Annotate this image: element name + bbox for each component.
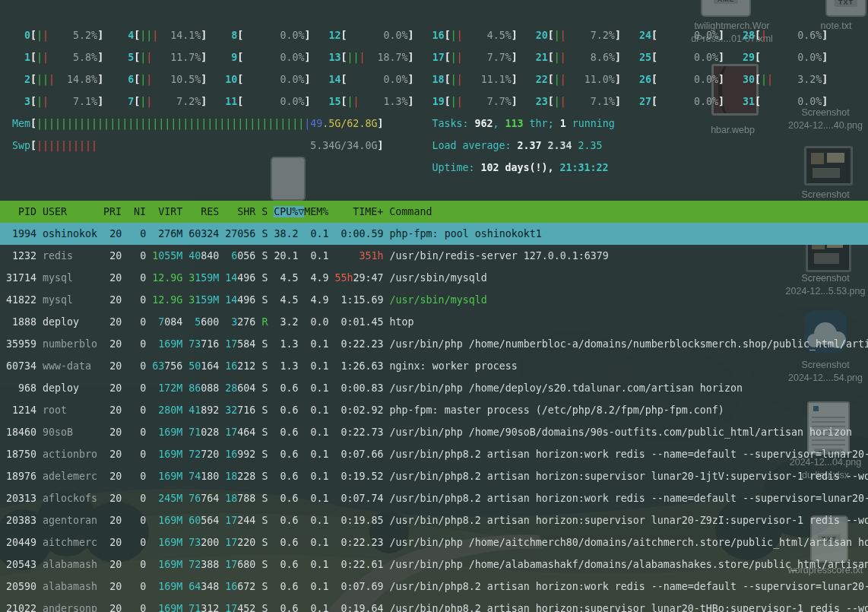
cpu-meter-15: 15[|| 1.3%] <box>328 96 413 107</box>
cpu-meter-row: 3[|| 7.1%] 7[|| 7.2%] 11[ 0.0%] 15[|| 1.… <box>0 90 868 113</box>
cpu-meter-5: 5[|| 11.7%] <box>122 52 207 63</box>
note-txt-icon[interactable]: TXT <box>825 0 866 17</box>
cpu-meter-27: 27[ 0.0%] <box>639 96 724 107</box>
cpu-meter-1: 1[|| 5.8%] <box>18 52 103 63</box>
process-row-60734[interactable]: 60734 www-data 20 0 63756 50164 16212 S … <box>0 355 868 377</box>
process-row-41822[interactable]: 41822 mysql 20 0 12.9G 3159M 14496 S 4.5… <box>0 289 868 311</box>
process-row-1232[interactable]: 1232 redis 20 0 1055M 40840 6056 S 20.1 … <box>0 245 868 267</box>
spacer-row <box>0 179 868 201</box>
cpu-meter-3: 3[|| 7.1%] <box>18 96 103 107</box>
process-row-18460[interactable]: 18460 90soB 20 0 169M 71028 17464 S 0.6 … <box>0 421 868 443</box>
htop-terminal: 0[|| 5.2%] 4[||| 14.1%] 8[ 0.0%] 12[ 0.0… <box>0 24 868 612</box>
cpu-meter-11: 11[ 0.0%] <box>225 96 310 107</box>
cpu-meter-30: 30[|| 3.2%] <box>743 74 828 85</box>
process-row-20383[interactable]: 20383 agentoran 20 0 169M 60564 17244 S … <box>0 509 868 531</box>
process-row-1214[interactable]: 1214 root 20 0 280M 41892 32716 S 0.6 0.… <box>0 399 868 421</box>
process-row-20449[interactable]: 20449 aitchmerc 20 0 169M 73200 17220 S … <box>0 531 868 553</box>
cpu-meter-9: 9[ 0.0%] <box>225 52 310 63</box>
desktop-screen: XMLtwilightmerch.Wor dPress....01-07.xml… <box>0 0 868 612</box>
cpu-meter-2: 2[||| 14.8%] <box>18 74 103 85</box>
cpu-meter-31: 31[ 0.0%] <box>743 96 828 107</box>
cpu-meter-17: 17[|| 7.7%] <box>432 52 518 63</box>
sort-column-cpu: CPU%▽ <box>274 206 304 217</box>
swap-bar-row: Swp[|||||||||| 5.34G/34.0G] Load average… <box>0 135 868 157</box>
cpu-meter-26: 26[ 0.0%] <box>639 74 724 85</box>
process-row-20543[interactable]: 20543 alabamash 20 0 169M 72388 17680 S … <box>0 553 868 576</box>
cpu-meter-25: 25[ 0.0%] <box>639 52 724 63</box>
memory-bar-row: Mem[||||||||||||||||||||||||||||||||||||… <box>0 113 868 135</box>
process-row-21022[interactable]: 21022 andersonp 20 0 169M 71312 17452 S … <box>0 598 868 612</box>
cpu-meter-13: 13[||| 18.7%] <box>328 52 413 63</box>
process-row-31714[interactable]: 31714 mysql 20 0 12.9G 3159M 14496 S 4.5… <box>0 267 868 289</box>
cpu-meter-22: 22[|| 11.0%] <box>536 74 621 85</box>
cpu-meter-18: 18[|| 11.1%] <box>432 74 518 85</box>
cpu-meter-0: 0[|| 5.2%] <box>18 30 103 41</box>
cpu-meter-19: 19[|| 7.7%] <box>432 96 518 107</box>
cpu-meter-12: 12[ 0.0%] <box>328 30 413 41</box>
cpu-meter-29: 29[ 0.0%] <box>743 52 828 63</box>
process-row-20313[interactable]: 20313 aflockofs 20 0 245M 76764 18788 S … <box>0 487 868 509</box>
xml-file-icon[interactable]: XML <box>701 0 751 17</box>
cpu-meter-10: 10[ 0.0%] <box>225 74 310 85</box>
cpu-meter-14: 14[ 0.0%] <box>328 74 413 85</box>
uptime-row: Uptime: 102 days(!), 21:31:22 <box>0 157 868 179</box>
cpu-meter-16: 16[|| 4.5%] <box>432 30 518 41</box>
cpu-meter-6: 6[|| 10.5%] <box>122 74 207 85</box>
process-row-18750[interactable]: 18750 actionbro 20 0 169M 72720 16992 S … <box>0 443 868 465</box>
cpu-meter-21: 21[|| 8.6%] <box>536 52 621 63</box>
process-row-20590[interactable]: 20590 alabamash 20 0 169M 64348 16672 S … <box>0 576 868 598</box>
process-row-1888[interactable]: 1888 deploy 20 0 7084 5600 3276 R 3.2 0.… <box>0 311 868 333</box>
cpu-meter-row: 0[|| 5.2%] 4[||| 14.1%] 8[ 0.0%] 12[ 0.0… <box>0 24 868 46</box>
cpu-meter-7: 7[|| 7.2%] <box>122 96 207 107</box>
cpu-meter-4: 4[||| 14.1%] <box>122 30 207 41</box>
cpu-meter-8: 8[ 0.0%] <box>225 30 310 41</box>
process-row-968[interactable]: 968 deploy 20 0 172M 86088 28604 S 0.6 0… <box>0 377 868 399</box>
cpu-meter-23: 23[|| 7.1%] <box>536 96 621 107</box>
process-row-18976[interactable]: 18976 adelemerc 20 0 169M 74180 18228 S … <box>0 465 868 487</box>
cpu-meter-20: 20[|| 7.2%] <box>536 30 621 41</box>
process-row-35959[interactable]: 35959 numberblo 20 0 169M 73716 17584 S … <box>0 333 868 355</box>
cpu-meter-row: 2[||| 14.8%] 6[|| 10.5%] 10[ 0.0%] 14[ 0… <box>0 68 868 90</box>
table-header-row[interactable]: PID USER PRI NI VIRT RES SHR S CPU%▽MEM%… <box>0 201 868 223</box>
process-row-1994[interactable]: 1994 oshinokok 20 0 276M 60324 27056 S 3… <box>0 223 868 245</box>
cpu-meter-row: 1[|| 5.8%] 5[|| 11.7%] 9[ 0.0%] 13[||| 1… <box>0 46 868 68</box>
cpu-meter-28: 28[| 0.6%] <box>743 30 828 41</box>
cpu-meter-24: 24[ 0.0%] <box>639 30 724 41</box>
